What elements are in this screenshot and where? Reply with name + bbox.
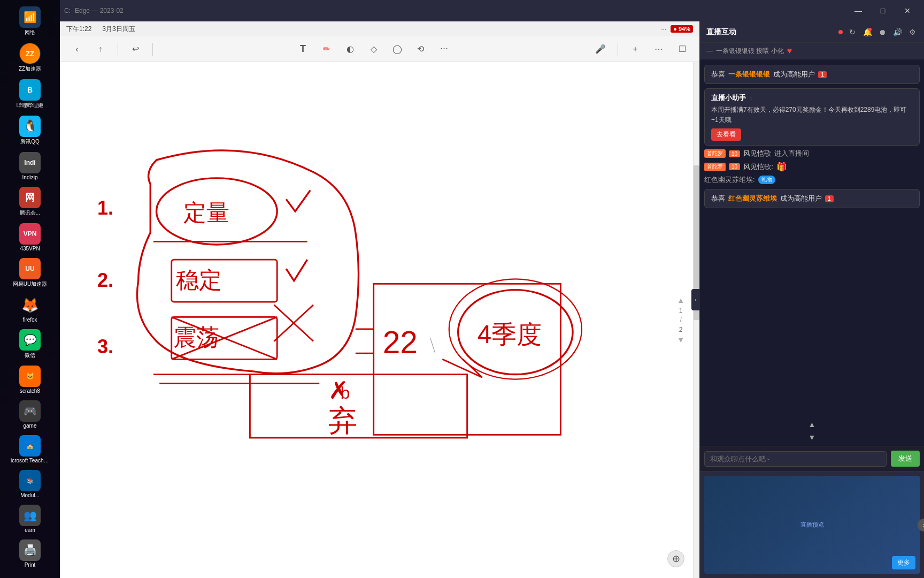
back-button[interactable]: ‹ — [68, 41, 86, 58]
share-button[interactable]: ↑ — [92, 41, 109, 58]
congrats-card-1: 恭喜 一条银银银银 成为高能用户 1 — [704, 65, 920, 84]
gift-message-1: 首陀罗 10 风见恺歌 进入直播间 — [704, 149, 920, 158]
taskbar-item-vpn[interactable]: VPN 435VPN — [9, 221, 51, 254]
congrats-card-2: 恭喜 红色幽灵苏维埃 成为高能用户 1 — [704, 189, 920, 208]
toolbar-divider-2 — [152, 43, 153, 56]
taskbar-item-zz[interactable]: ZZ ZZ加速器 — [9, 41, 51, 75]
zoom-button[interactable]: ⊕ — [667, 550, 684, 567]
content-area: 下午1:22 3月3日周五 ··· ● 94% ‹ ↑ ↩ T ✏ — [60, 21, 924, 578]
move-button[interactable]: ⟲ — [412, 41, 429, 58]
taskbar-item-games[interactable]: 🎮 game — [9, 398, 51, 431]
taskbar-item-uu[interactable]: UU 网易UU加速器 — [9, 256, 51, 290]
minimize-button[interactable]: — — [846, 2, 871, 19]
gift-badge-blue: 礼物 — [758, 176, 775, 184]
chat-messages-area[interactable]: 恭喜 一条银银银银 成为高能用户 1 直播小助手 ： 本周开播满7有效天，必得2… — [700, 59, 924, 416]
taskbar-item-microsoft[interactable]: 🏫 icrosoft Teachi... — [9, 433, 51, 466]
svg-text:震荡: 震荡 — [173, 324, 219, 350]
taskbar-label-microsoft: icrosoft Teachi... — [11, 458, 49, 463]
battery-indicator: ● 94% — [671, 25, 693, 33]
more-button-thumbnail[interactable]: 更多 — [892, 556, 915, 569]
taskbar-label-indizip: Indizip — [11, 174, 49, 180]
taskbar-label-print: Print — [11, 562, 49, 568]
bottom-thumbnail: 直播预览 更多 › — [700, 471, 924, 578]
taskbar-left: 📶 网络 ZZ ZZ加速器 B 哔哩哔哩姬 🐧 腾讯QQ Indi Indizi… — [0, 0, 60, 578]
gift-msg-header-1: 首陀罗 10 风见恺歌 进入直播间 — [704, 149, 920, 158]
eraser-button[interactable]: ◇ — [365, 41, 382, 58]
text-tool-button[interactable]: T — [295, 41, 312, 58]
taskbar-item-print[interactable]: 🖨️ Print — [9, 537, 51, 570]
chat-collapse-button[interactable]: ‹ — [691, 289, 700, 310]
add-button[interactable]: + — [627, 41, 644, 58]
battery-text: ● 94% — [673, 26, 690, 32]
high-energy-badge-1: 1 — [818, 71, 827, 78]
page-number-2: 2 — [679, 326, 683, 333]
pinned-message: — 一条银银银银 投喂 小化 ♥ — [700, 43, 924, 59]
gift-msg-header-2: 首陀罗 10 风见恺歌: 🎁 — [704, 162, 920, 172]
chat-bell-icon[interactable]: 🔔 — [862, 27, 873, 37]
pinned-text: 一条银银银银 投喂 小化 — [716, 47, 784, 56]
undo-button[interactable]: ↩ — [127, 41, 144, 58]
chat-scroll-down[interactable]: ▼ — [808, 433, 816, 442]
taskbar-label-qq: 腾讯QQ — [11, 138, 49, 146]
chat-input-field[interactable] — [704, 451, 887, 467]
status-time: 下午1:22 — [66, 25, 91, 34]
svg-text:稳定: 稳定 — [176, 267, 222, 293]
svg-text:弃: 弃 — [328, 404, 357, 436]
text-msg-username: 红色幽灵苏维埃: — [704, 175, 755, 185]
note-app: 下午1:22 3月3日周五 ··· ● 94% ‹ ↑ ↩ T ✏ — [60, 21, 699, 578]
more-button[interactable]: ⋯ — [650, 41, 667, 58]
taskbar-item-firefox[interactable]: 🦊 firefox — [9, 292, 51, 325]
taskbar-item-wechat[interactable]: 💬 微信 — [9, 327, 51, 361]
system-message: 直播小助手 ： 本周开播满7有效天，必得270元奖励金！今天再收到2289电池，… — [704, 88, 920, 146]
toolbar-divider-1 — [118, 43, 118, 56]
scroll-down-arrow[interactable]: ▼ — [677, 336, 684, 344]
scroll-up-arrow[interactable]: ▲ — [677, 296, 684, 305]
taskbar-label-network: 网络 — [11, 29, 49, 36]
highlighter-button[interactable]: ◐ — [342, 41, 359, 58]
taskbar-label-firefox: firefox — [11, 317, 49, 323]
taskbar-item-network[interactable]: 📶 网络 — [9, 4, 51, 39]
taskbar-item-team[interactable]: 👥 eam — [9, 503, 51, 535]
chat-scroll-up[interactable]: ▲ — [808, 420, 816, 429]
taskbar-item-qq[interactable]: 🐧 腾讯QQ — [9, 113, 51, 148]
taskbar-label-scratch: scratch8 — [11, 388, 49, 394]
toolbar-divider-3 — [618, 43, 618, 56]
user-badge-1: 首陀罗 — [704, 149, 726, 158]
page-numbers: ▲ 1 / 2 ▼ — [677, 296, 684, 344]
chat-refresh-icon[interactable]: ↻ — [847, 27, 858, 37]
status-right: ··· ● 94% — [661, 25, 693, 33]
mic-button[interactable]: 🎤 — [592, 41, 609, 58]
taskbar-label-games: game — [11, 423, 49, 429]
rope-button[interactable]: ⋅⋅⋅ — [436, 41, 453, 58]
gift-num-badge-2: 10 — [729, 163, 740, 170]
page-separator: / — [680, 316, 681, 324]
pen-tool-button[interactable]: ✏ — [318, 41, 335, 58]
whiteboard-svg: 1. 定量 2. — [60, 62, 699, 578]
device-button[interactable]: ☐ — [674, 41, 691, 58]
title-bar: C: Edge — 2023-02 — □ ✕ — [60, 0, 924, 21]
send-button[interactable]: 发送 — [891, 451, 920, 467]
whiteboard[interactable]: 1. 定量 2. — [60, 62, 699, 578]
chat-header: 直播互动 ↻ 🔔 ⏺ 🔊 ⚙ — [700, 21, 924, 43]
taskbar-label-vpn: 435VPN — [11, 246, 49, 252]
chat-volume-icon[interactable]: 🔊 — [892, 27, 903, 37]
close-button[interactable]: ✕ — [895, 2, 920, 19]
lasso-button[interactable]: ◯ — [389, 41, 406, 58]
taskbar-label-team: eam — [11, 527, 49, 533]
taskbar-item-indizip[interactable]: Indi Indizip — [9, 150, 51, 182]
system-goto-button[interactable]: 去看看 — [711, 128, 741, 141]
text-message-1: 红色幽灵苏维埃: 礼物 — [704, 175, 920, 185]
notification-dot — [868, 28, 872, 31]
taskbar-label-wechat: 微信 — [11, 352, 49, 359]
scrollbar[interactable] — [693, 62, 699, 578]
chat-record-icon[interactable]: ⏺ — [877, 27, 888, 37]
chat-settings-icon[interactable]: ⚙ — [907, 27, 918, 37]
taskbar-item-scratch[interactable]: 🐱 scratch8 — [9, 363, 51, 396]
taskbar-item-modulo[interactable]: 📚 Modul... — [9, 468, 51, 500]
maximize-button[interactable]: □ — [871, 2, 895, 19]
chat-scroll-area: ▲ ▼ — [700, 416, 924, 446]
status-dots: ··· — [661, 25, 666, 33]
page-number-1: 1 — [679, 307, 683, 314]
taskbar-item-bilibili[interactable]: B 哔哩哔哩姬 — [9, 77, 51, 111]
taskbar-item-wangyi[interactable]: 网 腾讯会... — [9, 185, 51, 219]
